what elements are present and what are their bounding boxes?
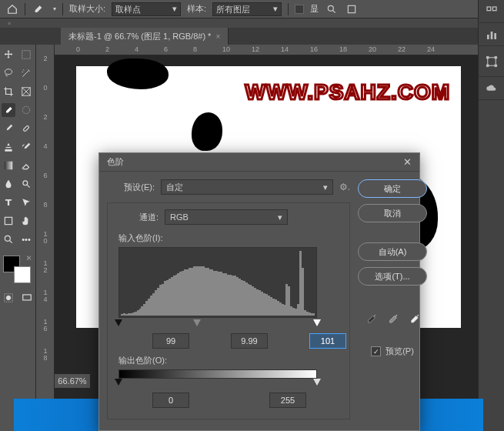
eraser-tool[interactable] xyxy=(19,159,33,172)
svg-rect-13 xyxy=(23,295,32,300)
black-eyedropper-icon[interactable] xyxy=(365,313,377,326)
ruler-mark: 10 xyxy=(38,231,53,245)
ruler-mark: 14 xyxy=(38,289,53,303)
output-gradient[interactable] xyxy=(118,369,317,379)
auto-button[interactable]: 自动(A) xyxy=(358,242,427,261)
show-checkbox[interactable] xyxy=(295,5,304,14)
share-icon[interactable] xyxy=(345,2,359,16)
svg-point-21 xyxy=(494,56,496,58)
swap-colors-icon[interactable]: ⤪ xyxy=(26,254,32,262)
levels-dialog: 色阶 ✕ 预设(E): 自定▾ ⚙. 通道: RGB▾ 输入色阶(I): xyxy=(98,152,420,431)
svg-rect-18 xyxy=(494,33,496,39)
history-brush-tool[interactable] xyxy=(19,140,33,154)
zoom-tool[interactable] xyxy=(2,232,15,246)
healing-tool[interactable] xyxy=(19,122,33,135)
document-tab[interactable]: 未标题-1 @ 66.7% (图层 1, RGB/8#) * × xyxy=(61,28,229,45)
output-slider[interactable] xyxy=(118,379,317,388)
path-tool[interactable] xyxy=(19,195,33,209)
ruler-mark: 2 xyxy=(38,55,53,62)
move-tool[interactable] xyxy=(2,48,15,62)
svg-point-0 xyxy=(328,5,333,11)
eyedropper-tool[interactable] xyxy=(2,103,15,117)
ruler-mark: 0 xyxy=(76,45,80,53)
cloud-panel-icon[interactable] xyxy=(479,77,504,100)
selection-tool[interactable] xyxy=(19,103,33,117)
chevron-down-icon[interactable]: ▾ xyxy=(53,5,56,12)
white-point-handle[interactable] xyxy=(313,319,321,326)
ruler-mark: 16 xyxy=(310,45,318,53)
vertical-ruler: 2024681012141618 xyxy=(36,45,55,431)
sample-label: 样本: xyxy=(187,3,206,15)
divider xyxy=(25,3,25,15)
sample-size-label: 取样大小: xyxy=(69,3,105,15)
sample-size-select[interactable]: 取样点 ▾ xyxy=(112,2,181,16)
gear-icon[interactable]: ⚙. xyxy=(339,182,350,192)
shape-tool[interactable] xyxy=(2,214,15,228)
gray-eyedropper-icon[interactable] xyxy=(386,313,399,326)
hand-tool[interactable] xyxy=(19,214,33,228)
collapse-handle[interactable]: « xyxy=(0,18,504,28)
input-black-field[interactable]: 99 xyxy=(152,333,189,349)
input-white-field[interactable]: 101 xyxy=(309,333,346,349)
svg-rect-6 xyxy=(23,125,29,132)
histogram[interactable] xyxy=(118,247,317,318)
horizontal-ruler: 024681012141618202224 xyxy=(55,45,504,55)
eyedropper-tool-icon[interactable] xyxy=(32,3,47,15)
ruler-mark: 20 xyxy=(369,45,376,53)
blur-tool[interactable] xyxy=(2,177,15,191)
ruler-mark: 0 xyxy=(38,85,53,92)
crop-tool[interactable] xyxy=(2,85,15,99)
frame-tool[interactable] xyxy=(19,85,33,99)
close-icon[interactable]: ✕ xyxy=(403,156,412,168)
lasso-tool[interactable] xyxy=(2,66,15,80)
channel-label: 通道: xyxy=(111,212,159,223)
ruler-mark: 24 xyxy=(427,45,435,53)
marquee-tool[interactable] xyxy=(19,48,33,62)
options-button[interactable]: 选项(T)... xyxy=(358,267,427,286)
background-swatch[interactable] xyxy=(14,266,31,283)
search-icon[interactable] xyxy=(325,2,339,16)
zoom-status[interactable]: 66.67% xyxy=(55,374,90,388)
dodge-tool[interactable] xyxy=(19,177,33,191)
histogram-panel-icon[interactable] xyxy=(479,23,504,46)
ruler-mark: 4 xyxy=(38,143,53,150)
home-icon[interactable] xyxy=(6,3,18,15)
ruler-mark: 22 xyxy=(398,45,406,53)
type-tool[interactable] xyxy=(2,195,15,209)
ruler-mark: 10 xyxy=(222,45,230,53)
cancel-button[interactable]: 取消 xyxy=(358,204,427,222)
gamma-handle[interactable] xyxy=(193,319,201,326)
output-white-field[interactable]: 255 xyxy=(269,393,306,408)
ruler-mark: 2 xyxy=(105,45,109,53)
dialog-titlebar[interactable]: 色阶 ✕ xyxy=(99,153,419,172)
brush-tool[interactable] xyxy=(2,122,15,135)
ok-button[interactable]: 确定 xyxy=(358,179,427,198)
svg-rect-15 xyxy=(492,7,496,11)
swatches-panel-icon[interactable] xyxy=(479,0,504,23)
black-point-handle[interactable] xyxy=(115,319,122,326)
svg-point-8 xyxy=(23,181,28,185)
gradient-tool[interactable] xyxy=(2,159,15,172)
white-eyedropper-icon[interactable] xyxy=(408,313,420,326)
more-icon[interactable]: ••• xyxy=(19,232,33,246)
svg-point-23 xyxy=(494,64,496,66)
channel-select[interactable]: RGB▾ xyxy=(165,209,288,225)
ruler-mark: 2 xyxy=(38,114,53,121)
clone-tool[interactable] xyxy=(2,140,15,154)
ruler-mark: 14 xyxy=(281,45,289,53)
ruler-mark: 6 xyxy=(38,172,53,179)
screen-mode-icon[interactable] xyxy=(20,291,34,305)
out-black-handle[interactable] xyxy=(115,379,122,386)
close-icon[interactable]: × xyxy=(215,32,220,41)
divider xyxy=(62,3,63,15)
input-gamma-field[interactable]: 9.99 xyxy=(231,333,268,349)
preview-checkbox[interactable]: ✓ xyxy=(371,346,381,356)
magic-wand-tool[interactable] xyxy=(19,66,33,80)
sample-select[interactable]: 所有图层 ▾ xyxy=(212,2,282,16)
preset-select[interactable]: 自定▾ xyxy=(161,179,333,195)
transform-panel-icon[interactable] xyxy=(479,46,504,77)
out-white-handle[interactable] xyxy=(313,379,321,386)
input-slider[interactable] xyxy=(118,319,317,329)
output-black-field[interactable]: 0 xyxy=(152,393,189,408)
quick-mask-icon[interactable] xyxy=(2,291,15,305)
